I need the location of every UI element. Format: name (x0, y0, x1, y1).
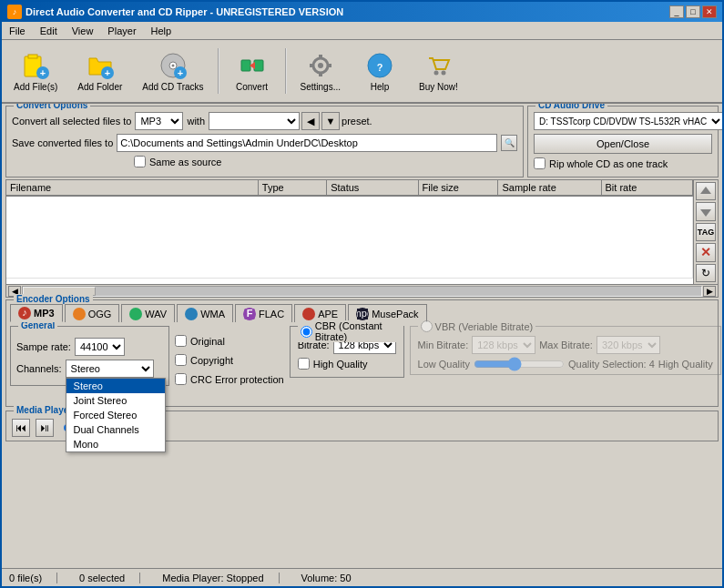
convert-icon (238, 51, 267, 80)
scroll-right-btn[interactable]: ▶ (703, 286, 716, 297)
cd-audio-drive-label: CD Audio Drive (535, 104, 607, 110)
file-table-container: Filename Type Status File size Sample ra… (5, 179, 719, 298)
browse-folder-button[interactable]: 🔍 (501, 135, 517, 151)
tab-ogg[interactable]: OGG (65, 304, 120, 322)
convert-to-label: Convert all selected files to (12, 116, 131, 127)
ape-tab-label: APE (318, 309, 338, 319)
menu-file[interactable]: File (5, 25, 29, 37)
max-bitrate-select[interactable]: 320 kbps (597, 336, 660, 354)
high-quality-checkbox[interactable] (298, 358, 310, 370)
flac-tab-icon: F (243, 308, 256, 320)
move-up-button[interactable] (696, 182, 716, 200)
help-button[interactable]: ? Help (352, 44, 407, 98)
cbr-radio[interactable] (301, 326, 312, 338)
status-player: Media Player: Stopped (162, 573, 279, 583)
col-samplerate[interactable]: Sample rate (498, 180, 601, 196)
horizontal-scrollbar[interactable]: ◀ ▶ (6, 284, 718, 297)
sample-rate-select[interactable]: 44100 8000 11025 16000 22050 32000 48000 (75, 338, 125, 356)
cd-drive-row: D: TSSTcorp CD/DVDW TS-L532R vHAC (534, 112, 712, 130)
svg-point-15 (318, 63, 323, 68)
channel-option-mono[interactable]: Mono (66, 437, 165, 451)
prev-button[interactable]: ⏮ (12, 419, 30, 437)
general-group: General Sampe rate: 44100 8000 11025 160… (10, 326, 169, 386)
menu-player[interactable]: Player (104, 25, 139, 37)
channel-option-joint-stereo[interactable]: Joint Stereo (66, 393, 165, 408)
channel-option-dual-channels[interactable]: Dual Channels (66, 422, 165, 437)
quality-slider-row: Low Quality Quality Selection: 4 High Qu… (418, 358, 713, 370)
menu-help[interactable]: Help (148, 25, 176, 37)
channel-option-stereo[interactable]: Stereo (66, 379, 165, 393)
add-cd-tracks-button[interactable]: + Add CD Tracks (134, 44, 211, 98)
close-button[interactable]: ✕ (702, 5, 717, 18)
cd-drive-select[interactable]: D: TSSTcorp CD/DVDW TS-L532R vHAC (534, 112, 722, 130)
convert-button[interactable]: Convert (225, 44, 280, 98)
col-filename[interactable]: Filename (6, 180, 258, 196)
add-cd-tracks-label: Add CD Tracks (142, 82, 203, 92)
settings-icon (306, 51, 335, 80)
wav-tab-label: WAV (145, 309, 167, 319)
channel-option-forced-stereo[interactable]: Forced Stereo (66, 408, 165, 422)
main-window: ♪ Direct Audio Converter and CD Ripper -… (0, 0, 724, 588)
menu-view[interactable]: View (68, 25, 97, 37)
vbr-radio[interactable] (421, 320, 433, 332)
tab-ape[interactable]: APE (294, 304, 346, 322)
col-status[interactable]: Status (327, 180, 418, 196)
minimize-button[interactable]: _ (669, 5, 684, 18)
vbr-group: VBR (Veriable Bitrate) Min Bitrate: 128 … (410, 326, 721, 375)
add-folder-button[interactable]: + Add Folder (69, 44, 130, 98)
settings-label: Settings... (301, 82, 341, 92)
copyright-row: Copyright (175, 354, 284, 366)
original-label: Original (190, 336, 225, 347)
wma-tab-label: WMA (200, 309, 225, 319)
play-button[interactable]: ⏯ (36, 419, 54, 437)
col-type[interactable]: Type (258, 180, 326, 196)
col-bitrate[interactable]: Bit rate (601, 180, 693, 196)
min-bitrate-select[interactable]: 128 kbps (472, 336, 535, 354)
preset-icon-2[interactable]: ▼ (321, 112, 340, 130)
open-close-button[interactable]: Open/Close (534, 134, 712, 154)
format-select[interactable]: MP3 OGG WAV WMA FLAC APE (135, 112, 183, 130)
tab-wma[interactable]: WMA (177, 304, 233, 322)
toolbar-separator-1 (218, 48, 219, 94)
quality-slider[interactable] (474, 358, 565, 370)
svg-rect-19 (327, 64, 331, 67)
musepack-tab-icon: mpc (356, 308, 369, 320)
rip-whole-cd-checkbox[interactable] (534, 157, 546, 169)
preset-label: preset. (342, 116, 372, 127)
save-to-label: Save converted files to (12, 137, 113, 148)
svg-point-29 (131, 309, 140, 319)
same-as-source-row: Same as source (12, 156, 517, 167)
ogg-tab-icon (73, 308, 86, 320)
scroll-track[interactable] (22, 286, 702, 297)
channels-label: Channels: (16, 363, 62, 374)
refresh-button[interactable]: ↻ (696, 264, 716, 282)
menu-edit[interactable]: Edit (36, 25, 61, 37)
tab-wav[interactable]: WAV (121, 304, 175, 322)
settings-button[interactable]: Settings... (292, 44, 349, 98)
same-as-source-checkbox[interactable] (134, 156, 146, 167)
vbr-header: VBR (Veriable Bitrate) (418, 320, 536, 332)
add-files-button[interactable]: + Add File(s) (5, 44, 66, 98)
encoder-content: General Sampe rate: 44100 8000 11025 160… (10, 326, 714, 402)
buy-now-button[interactable]: Buy Now! (411, 44, 466, 98)
original-checkbox[interactable] (175, 335, 187, 347)
col-filesize[interactable]: File size (418, 180, 498, 196)
tab-mp3[interactable]: ♪ MP3 (10, 304, 63, 322)
crc-checkbox[interactable] (175, 373, 187, 385)
quality-selection-label: Quality Selection: 4 (568, 359, 655, 370)
preset-icon-1[interactable]: ◀ (301, 112, 320, 130)
tab-musepack[interactable]: mpc MusePack (348, 304, 426, 322)
tab-flac[interactable]: F FLAC (235, 304, 292, 322)
svg-marker-24 (700, 187, 711, 194)
copyright-checkbox[interactable] (175, 354, 187, 366)
save-path-input[interactable]: C:\Documents and Settings\Admin UnderDC\… (117, 134, 497, 152)
channels-select[interactable]: Stereo Joint Stereo Forced Stereo Dual C… (66, 360, 154, 378)
delete-button[interactable]: ✕ (696, 243, 716, 261)
move-down-button[interactable] (696, 202, 716, 220)
convert-options-panel: Convert Options Convert all selected fil… (5, 106, 524, 177)
tag-button[interactable]: TAG (696, 223, 716, 241)
maximize-button[interactable]: □ (686, 5, 700, 18)
vbr-label: VBR (Veriable Bitrate) (435, 321, 534, 332)
preset-select[interactable] (209, 112, 300, 130)
svg-rect-17 (319, 72, 322, 76)
